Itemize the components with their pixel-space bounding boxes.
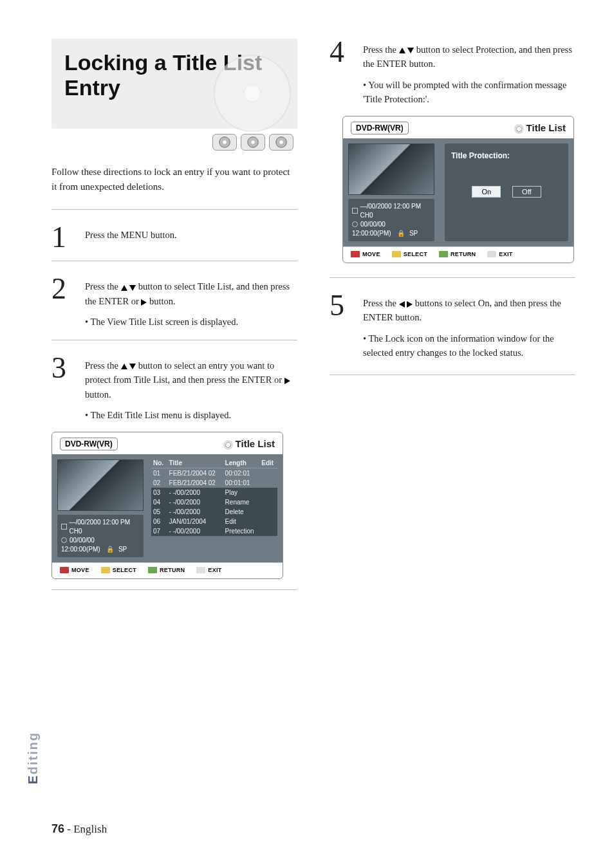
svg-point-5 <box>279 140 283 144</box>
page-footer: 76 - English <box>51 822 107 836</box>
step-4: 4 Press the button to select Protection,… <box>330 39 575 107</box>
title-list-table: No. Title Length Edit 01FEB/21/2004 0200… <box>151 458 277 536</box>
green-key-icon <box>148 567 157 573</box>
yellow-key-icon <box>392 251 401 257</box>
section-tab: Editing <box>26 732 41 784</box>
step-number: 3 <box>51 355 75 423</box>
disc-graphic <box>214 55 291 132</box>
disc-mode-label: DVD-RW(VR) <box>60 438 118 450</box>
col-no: No. <box>151 458 167 468</box>
green-key-icon <box>439 251 448 257</box>
step-bullet: • The Edit Title List menu is displayed. <box>85 408 297 422</box>
step-number: 5 <box>330 292 353 360</box>
title-block: Locking a Title List Entry <box>51 39 297 129</box>
left-arrow-icon <box>399 301 405 308</box>
footer-select: SELECT <box>113 567 136 573</box>
square-icon <box>352 208 358 214</box>
up-arrow-icon <box>399 48 405 53</box>
intro-text: Follow these directions to lock an entry… <box>51 165 297 194</box>
off-button[interactable]: Off <box>512 186 541 198</box>
grey-key-icon <box>196 567 205 573</box>
step-number: 4 <box>330 39 353 107</box>
info-line3b: SP <box>409 229 418 238</box>
down-arrow-icon <box>129 285 136 291</box>
page-language: English <box>73 823 107 835</box>
yellow-key-icon <box>101 567 110 573</box>
up-arrow-icon <box>121 364 127 369</box>
info-line2: 00/00/00 <box>360 220 386 229</box>
divider <box>330 277 575 278</box>
disc-badge-1 <box>212 134 237 151</box>
footer-return: RETURN <box>160 567 185 573</box>
table-row: 06JAN/01/2004Edit <box>151 517 277 526</box>
step-2: 2 Press the button to select Title List,… <box>51 275 297 329</box>
step-number: 2 <box>51 275 75 329</box>
step-text-a: Press the <box>363 298 399 308</box>
disc-badge-2 <box>241 134 265 151</box>
up-arrow-icon <box>121 285 127 291</box>
col-title: Title <box>167 458 223 468</box>
step-text-a: Press the <box>85 281 121 291</box>
table-row: 01FEB/21/2004 0200:02:01 <box>151 468 277 478</box>
step-3: 3 Press the button to select an entry yo… <box>51 355 297 423</box>
down-arrow-icon <box>129 364 136 369</box>
title-list-osd: DVD-RW(VR) Title List —/00/2000 12:00 PM… <box>51 432 283 579</box>
disc-icon <box>514 124 524 134</box>
right-arrow-icon <box>141 299 147 306</box>
step-number: 1 <box>51 224 75 250</box>
section-tab-rest: diting <box>26 732 40 774</box>
divider <box>51 340 297 340</box>
step-bullet: • The Lock icon on the information windo… <box>363 331 575 360</box>
info-line1: —/00/2000 12:00 PM CH0 <box>360 202 431 220</box>
right-arrow-icon <box>284 378 290 384</box>
step-text-c: button. <box>85 389 111 400</box>
protection-prompt: Title Protection: <box>451 150 562 162</box>
step-text: Press the MENU button. <box>85 224 177 250</box>
footer-move: MOVE <box>362 251 380 257</box>
divider <box>51 209 297 210</box>
right-arrow-icon <box>407 301 413 308</box>
preview-info: —/00/2000 12:00 PM CH0 00/00/00 12:00:00… <box>57 515 144 557</box>
divider <box>330 374 575 375</box>
table-row: 05- -/00/2000Delete <box>151 507 277 517</box>
footer-exit: EXIT <box>208 567 221 573</box>
step-text-c: button. <box>149 296 176 306</box>
step-5: 5 Press the buttons to select On, and th… <box>330 292 575 360</box>
osd-title: Title List <box>526 122 566 133</box>
preview-thumbnail <box>57 459 144 511</box>
footer-exit: EXIT <box>499 251 512 257</box>
disc-mode-label: DVD-RW(VR) <box>351 122 409 134</box>
preview-thumbnail <box>348 143 434 195</box>
table-row: 04- -/00/2000Rename <box>151 497 277 507</box>
step-text-a: Press the <box>85 360 121 371</box>
red-key-icon <box>351 251 360 257</box>
step-bullet: • The View Title List screen is displaye… <box>85 315 297 329</box>
info-line2: 00/00/00 <box>70 536 95 545</box>
square-icon <box>61 524 67 530</box>
info-line3a: 12:00:00(PM) <box>61 545 100 554</box>
grey-key-icon <box>487 251 496 257</box>
down-arrow-icon <box>407 48 414 53</box>
info-line3a: 12:00:00(PM) <box>352 229 391 238</box>
footer-move: MOVE <box>71 567 89 573</box>
svg-point-3 <box>251 140 255 144</box>
section-tab-initial: E <box>26 775 40 784</box>
divider <box>51 261 297 261</box>
table-row: 02FEB/21/2004 0200:01:01 <box>151 478 277 488</box>
table-row: 03- -/00/2000Play <box>151 488 277 497</box>
info-line3b: SP <box>118 545 127 554</box>
step-1: 1 Press the MENU button. <box>51 224 297 250</box>
preview-info: —/00/2000 12:00 PM CH0 00/00/00 12:00:00… <box>348 199 434 241</box>
disc-icon <box>223 440 233 450</box>
step-bullet: • You will be prompted with the confirma… <box>363 78 575 107</box>
col-length: Length <box>223 458 260 468</box>
col-edit: Edit <box>259 458 277 468</box>
on-button[interactable]: On <box>472 186 501 198</box>
info-line1: —/00/2000 12:00 PM CH0 <box>70 518 140 536</box>
footer-return: RETURN <box>451 251 476 257</box>
step-text-a: Press the <box>363 44 399 55</box>
clock-icon <box>61 537 67 543</box>
divider <box>51 589 297 590</box>
svg-point-1 <box>223 140 227 144</box>
disc-type-badges <box>51 134 297 151</box>
